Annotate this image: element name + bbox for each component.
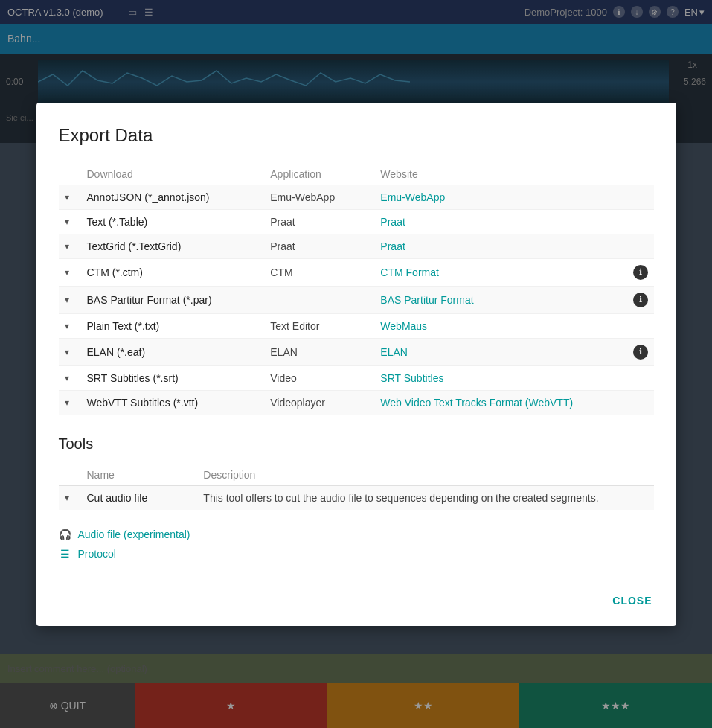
export-table-row: WebVTT Subtitles (*.vtt) Videoplayer Web…	[59, 390, 654, 415]
export-table-row: BAS Partitur Format (*.par) BAS Partitur…	[59, 286, 654, 313]
website-link[interactable]: Web Video Text Tracks Format (WebVTT)	[374, 390, 626, 415]
modal-footer: CLOSE	[59, 583, 654, 611]
website-link[interactable]: SRT Subtitles	[374, 365, 626, 390]
col-website: Website	[374, 164, 626, 185]
export-table-row: AnnotJSON (*_annot.json) Emu-WebApp Emu-…	[59, 185, 654, 209]
app-name: Praat	[264, 209, 374, 234]
close-button[interactable]: CLOSE	[611, 590, 653, 611]
export-table-row: Plain Text (*.txt) Text Editor WebMaus	[59, 313, 654, 338]
website-link[interactable]: Praat	[374, 234, 626, 258]
export-table-row: ELAN (*.eaf) ELAN ELAN ℹ	[59, 338, 654, 365]
audio-file-link[interactable]: 🎧 Audio file (experimental)	[59, 528, 654, 541]
app-name: CTM	[264, 258, 374, 286]
row-chevron[interactable]	[59, 390, 81, 415]
website-link[interactable]: ELAN	[374, 338, 626, 365]
list-icon: ☰	[59, 547, 72, 561]
website-link[interactable]: Praat	[374, 209, 626, 234]
row-chevron[interactable]	[59, 286, 81, 313]
export-table-row: SRT Subtitles (*.srt) Video SRT Subtitle…	[59, 365, 654, 390]
app-name: Praat	[264, 234, 374, 258]
format-name: Plain Text (*.txt)	[81, 313, 265, 338]
format-name: ELAN (*.eaf)	[81, 338, 265, 365]
info-icon[interactable]: ℹ	[633, 293, 648, 307]
format-name: CTM (*.ctm)	[81, 258, 265, 286]
protocol-label: Protocol	[78, 548, 116, 560]
app-name	[264, 286, 374, 313]
col-download: Download	[81, 164, 265, 185]
modal-title: Export Data	[59, 125, 654, 146]
export-table: Download Application Website AnnotJSON (…	[59, 164, 654, 415]
info-cell	[627, 313, 654, 338]
row-chevron[interactable]	[59, 185, 81, 209]
col-chevron	[59, 164, 81, 185]
export-table-row: Text (*.Table) Praat Praat	[59, 209, 654, 234]
tools-col-description: Description	[197, 464, 653, 486]
format-name: WebVTT Subtitles (*.vtt)	[81, 390, 265, 415]
format-name: TextGrid (*.TextGrid)	[81, 234, 265, 258]
info-icon[interactable]: ℹ	[633, 265, 648, 280]
row-chevron[interactable]	[59, 313, 81, 338]
col-application: Application	[264, 164, 374, 185]
format-name: Text (*.Table)	[81, 209, 265, 234]
tool-description: This tool offers to cut the audio file t…	[197, 485, 653, 510]
website-link[interactable]: CTM Format	[374, 258, 626, 286]
info-cell	[627, 234, 654, 258]
row-chevron[interactable]	[59, 338, 81, 365]
row-chevron[interactable]	[59, 234, 81, 258]
tools-col-name: Name	[81, 464, 198, 486]
row-chevron[interactable]	[59, 258, 81, 286]
format-name: AnnotJSON (*_annot.json)	[81, 185, 265, 209]
row-chevron[interactable]	[59, 209, 81, 234]
extra-links: 🎧 Audio file (experimental) ☰ Protocol	[59, 528, 654, 561]
info-cell	[627, 390, 654, 415]
website-link[interactable]: WebMaus	[374, 313, 626, 338]
app-name: Videoplayer	[264, 390, 374, 415]
tool-name: Cut audio file	[81, 485, 198, 510]
format-name: SRT Subtitles (*.srt)	[81, 365, 265, 390]
tools-table: Name Description Cut audio file This too…	[59, 464, 654, 510]
app-name: Text Editor	[264, 313, 374, 338]
headphone-icon: 🎧	[59, 528, 72, 541]
modal-overlay: Export Data Download Application Website…	[0, 0, 712, 728]
app-name: Emu-WebApp	[264, 185, 374, 209]
info-cell	[627, 185, 654, 209]
audio-file-label: Audio file (experimental)	[78, 529, 190, 540]
export-table-row: TextGrid (*.TextGrid) Praat Praat	[59, 234, 654, 258]
app-name: Video	[264, 365, 374, 390]
protocol-link[interactable]: ☰ Protocol	[59, 547, 654, 561]
info-cell	[627, 365, 654, 390]
tools-section-title: Tools	[59, 435, 654, 453]
export-table-row: CTM (*.ctm) CTM CTM Format ℹ	[59, 258, 654, 286]
info-cell: ℹ	[627, 286, 654, 313]
info-cell: ℹ	[627, 338, 654, 365]
tools-table-row: Cut audio file This tool offers to cut t…	[59, 485, 654, 510]
info-cell	[627, 209, 654, 234]
info-icon[interactable]: ℹ	[633, 345, 648, 360]
info-cell: ℹ	[627, 258, 654, 286]
app-name: ELAN	[264, 338, 374, 365]
tool-chevron[interactable]	[59, 485, 81, 510]
export-modal: Export Data Download Application Website…	[36, 103, 676, 626]
website-link[interactable]: BAS Partitur Format	[374, 286, 626, 313]
row-chevron[interactable]	[59, 365, 81, 390]
format-name: BAS Partitur Format (*.par)	[81, 286, 265, 313]
website-link[interactable]: Emu-WebApp	[374, 185, 626, 209]
